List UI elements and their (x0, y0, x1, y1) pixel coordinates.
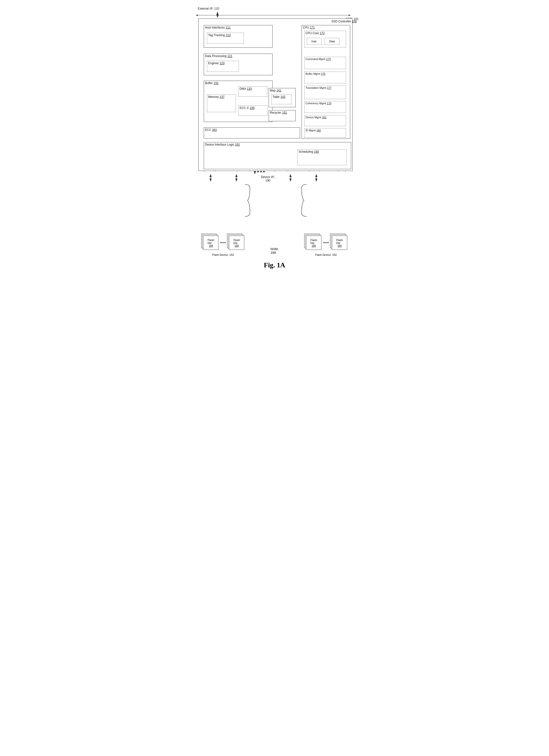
page-container: External I/F, 110 SSD, 101 SSD Controlle… (189, 5, 360, 269)
device-if-label: Device I/F,190 (261, 175, 275, 182)
ecc-box: ECC 161 (204, 127, 300, 138)
dots-row (257, 171, 265, 172)
flash-die-ref-4a: 194 (337, 244, 341, 247)
flash-device-row-left: FlashDie 194 FlashDie 194 (201, 234, 245, 251)
cpu-label: CPU 171 (302, 25, 350, 30)
tag-tracking-box: Tag Tracking 113 (207, 33, 244, 44)
flash-die-ref-1a: 194 (209, 244, 213, 247)
cpu-box: CPU 171 CPU Core 172 Instr. Data Co (301, 25, 350, 139)
flash-die-label-4a: FlashDie (336, 239, 343, 244)
tag-tracking-label: Tag Tracking 113 (207, 33, 244, 37)
cpu-core-label: CPU Core 172 (304, 31, 346, 35)
flash-card-3a: FlashDie 194 (306, 236, 321, 250)
buffer-box: Buffer 131 DMA 133 Memory 137 ECC-X 135 (204, 81, 273, 122)
data-processing-label: Data Processing 121 (204, 54, 272, 58)
buffer-label: Buffer 131 (204, 81, 272, 85)
flash-stack-4: FlashDie 194 (330, 234, 348, 251)
flash-die-ref-2a: 194 (235, 244, 239, 247)
flash-card-4a: FlashDie 194 (332, 236, 347, 250)
map-box: Map 141 Table 143 (269, 88, 295, 107)
dots-h-1 (221, 242, 226, 243)
host-interfaces-label: Host Interfaces 111 (204, 25, 272, 30)
flash-device-group-right: FlashDie 194 FlashDie 194 (304, 234, 348, 256)
eccx-label: ECC-X 135 (239, 106, 267, 110)
coherency-mgmt-box: Coherency Mgmt 179 (304, 101, 346, 113)
flash-card-1a: FlashDie 194 (203, 236, 219, 250)
device-mgmt-box: Device Mgmt 181 (304, 115, 346, 126)
dots-h-2 (323, 242, 328, 243)
translation-mgmt-box: Translation Mgmt 177 (304, 86, 346, 99)
id-mgmt-label: ID Mgmt 182 (304, 128, 346, 132)
device-interface-logic-box: Device Interface Logic 191 Scheduling 19… (204, 142, 351, 169)
ssd-controller-label: SSD Controller 100 (331, 20, 357, 23)
flash-device-group-left: FlashDie 194 FlashDie 194 (201, 234, 245, 256)
nvm-section: NVM,199 (271, 234, 279, 255)
flash-stack-3: FlashDie 194 (304, 234, 322, 251)
engines-label: Engines 123 (207, 61, 239, 65)
coherency-mgmt-label: Coherency Mgmt 179 (304, 101, 346, 105)
buffer-mgmt-box: Buffer Mgmt 175 (304, 72, 346, 83)
id-mgmt-box: ID Mgmt 182 (304, 128, 346, 137)
memory-box: Memory 137 (207, 94, 236, 112)
flash-die-label-1a: FlashDie (208, 239, 214, 244)
flash-stack-1: FlashDie 194 (201, 234, 219, 251)
flash-die-label-3a: FlashDie (310, 239, 317, 244)
external-if-label: External I/F, 110 (198, 7, 219, 10)
scheduling-label: Scheduling 193 (297, 150, 346, 154)
buffer-mgmt-label: Buffer Mgmt 175 (304, 72, 346, 76)
memory-label: Memory 137 (207, 95, 236, 99)
host-interfaces-box: Host Interfaces 111 Tag Tracking 113 (204, 25, 273, 48)
engines-box: Engines 123 (207, 61, 239, 72)
device-mgmt-label: Device Mgmt 181 (304, 115, 346, 119)
eccx-box: ECC-X 135 (239, 106, 268, 116)
nvm-label: NVM,199 (271, 247, 279, 255)
command-mgmt-box: Command Mgmt 173 (304, 57, 346, 69)
recycler-box: Recycler 151 (269, 110, 295, 121)
data-processing-box: Data Processing 121 Engines 123 (204, 54, 273, 75)
flash-device-label-left: Flash Device, 192 (212, 253, 234, 256)
recycler-label: Recycler 151 (269, 110, 295, 115)
flash-device-label-right: Flash Device, 192 (315, 253, 337, 256)
flash-device-row-right: FlashDie 194 FlashDie 194 (304, 234, 348, 251)
ecc-label: ECC 161 (204, 128, 300, 132)
flash-card-2a: FlashDie 194 (229, 236, 244, 250)
flash-die-ref-3a: 194 (311, 244, 316, 247)
flash-die-label-2a: FlashDie (234, 239, 240, 244)
scheduling-box: Scheduling 193 (297, 149, 346, 165)
data-box: Data (324, 38, 339, 45)
instr-label: Instr. (311, 40, 317, 43)
flash-stack-2: FlashDie 194 (227, 234, 245, 251)
data-label: Data (329, 40, 335, 43)
device-interface-logic-label: Device Interface Logic 191 (204, 142, 351, 147)
cpu-core-box: CPU Core 172 Instr. Data (304, 31, 346, 47)
flash-devices-section: FlashDie 194 FlashDie 194 (189, 234, 360, 256)
instr-box: Instr. (307, 38, 322, 45)
diagram-area: External I/F, 110 SSD, 101 SSD Controlle… (189, 5, 360, 231)
dma-label: DMA 133 (239, 87, 267, 91)
figure-caption: Fig. 1A (189, 261, 360, 269)
dma-box: DMA 133 (239, 86, 268, 97)
command-mgmt-label: Command Mgmt 173 (304, 57, 346, 61)
map-label: Map 141 (269, 88, 295, 93)
table-label: Table 143 (272, 95, 291, 99)
table-box: Table 143 (271, 94, 291, 104)
translation-mgmt-label: Translation Mgmt 177 (304, 86, 346, 90)
